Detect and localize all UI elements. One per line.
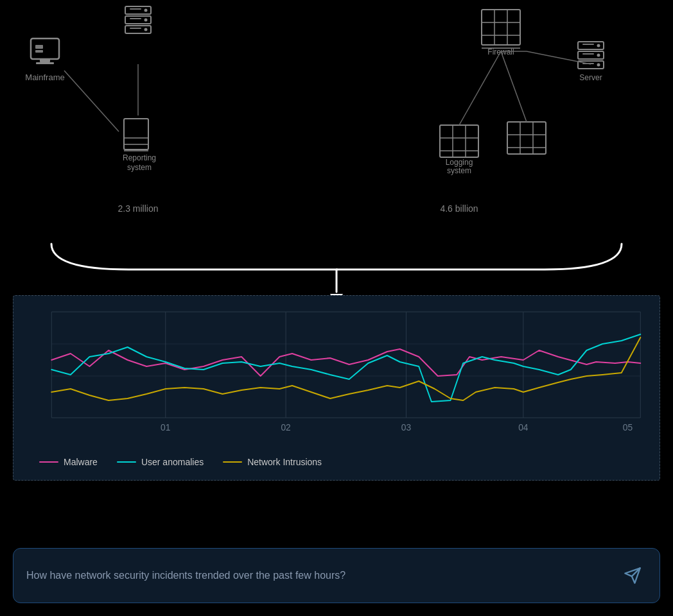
- chart-section: 01 02 03 04 05 Malware User anomalies Ne…: [13, 295, 660, 481]
- svg-text:01: 01: [161, 422, 171, 432]
- svg-point-10: [144, 19, 148, 22]
- query-input-text: How have network security incidents tren…: [26, 570, 618, 581]
- network-intrusions-line-indicator: [223, 461, 242, 463]
- chart-legend: Malware User anomalies Network Intrusion…: [20, 449, 653, 470]
- network-diagram-svg: Mainframe Reporting system 2.: [0, 0, 673, 295]
- legend-malware: Malware: [39, 457, 98, 467]
- svg-rect-1: [40, 59, 50, 62]
- node-database-right: [507, 122, 546, 154]
- network-intrusions-label: Network Intrusions: [247, 457, 322, 467]
- svg-rect-35: [440, 125, 478, 157]
- malware-label: Malware: [64, 457, 98, 467]
- chart-svg: 01 02 03 04 05: [20, 305, 653, 447]
- svg-rect-18: [482, 10, 520, 45]
- node-reporting: Reporting system: [123, 119, 156, 172]
- svg-text:02: 02: [281, 422, 291, 432]
- svg-rect-0: [31, 38, 59, 59]
- svg-point-28: [597, 44, 600, 47]
- svg-text:Mainframe: Mainframe: [25, 73, 64, 82]
- svg-rect-31: [582, 44, 594, 45]
- node-logging: Logging system: [440, 125, 478, 175]
- legend-user-anomalies: User anomalies: [117, 457, 204, 467]
- svg-point-30: [597, 64, 600, 67]
- node-firewall: Firewall: [482, 10, 520, 56]
- svg-rect-4: [35, 50, 43, 53]
- malware-line-indicator: [39, 461, 58, 463]
- user-anomalies-label: User anomalies: [141, 457, 204, 467]
- svg-rect-15: [124, 119, 148, 150]
- svg-line-51: [459, 51, 501, 125]
- svg-rect-13: [130, 18, 141, 19]
- reporting-count: 2.3 million: [118, 203, 158, 214]
- svg-text:Reporting: Reporting: [123, 153, 156, 162]
- svg-point-9: [144, 9, 148, 12]
- svg-rect-14: [130, 28, 141, 29]
- input-section[interactable]: How have network security incidents tren…: [13, 548, 660, 603]
- svg-point-11: [144, 28, 148, 31]
- svg-rect-32: [582, 53, 594, 55]
- svg-rect-3: [35, 45, 43, 49]
- svg-rect-12: [130, 8, 141, 10]
- network-diagram-section: Mainframe Reporting system 2.: [0, 0, 673, 295]
- node-server-top: [125, 6, 151, 33]
- svg-text:04: 04: [518, 422, 529, 432]
- svg-line-50: [527, 51, 591, 64]
- svg-text:Server: Server: [579, 73, 602, 82]
- svg-text:system: system: [447, 166, 471, 175]
- legend-network-intrusions: Network Intrusions: [223, 457, 322, 467]
- svg-rect-2: [36, 62, 54, 64]
- user-anomalies-line-indicator: [117, 461, 136, 463]
- svg-text:03: 03: [401, 422, 412, 432]
- svg-text:Logging: Logging: [446, 158, 473, 167]
- send-button[interactable]: [618, 561, 647, 590]
- svg-rect-42: [507, 122, 546, 154]
- svg-point-29: [597, 54, 600, 57]
- node-mainframe: Mainframe: [25, 38, 64, 82]
- send-icon: [624, 567, 642, 585]
- svg-line-52: [501, 51, 527, 122]
- svg-line-48: [64, 71, 119, 132]
- svg-text:system: system: [127, 163, 152, 172]
- svg-text:05: 05: [623, 422, 633, 432]
- logging-count: 4.6 billion: [440, 203, 478, 214]
